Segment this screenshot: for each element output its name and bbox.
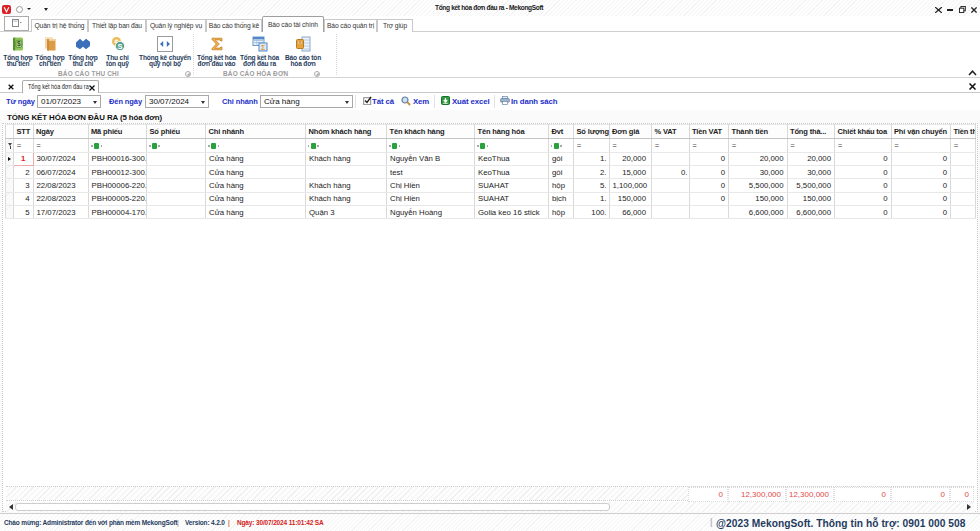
svg-text:S: S <box>117 42 122 51</box>
svg-text:Σ: Σ <box>260 44 264 51</box>
svg-text:$: $ <box>17 40 21 48</box>
